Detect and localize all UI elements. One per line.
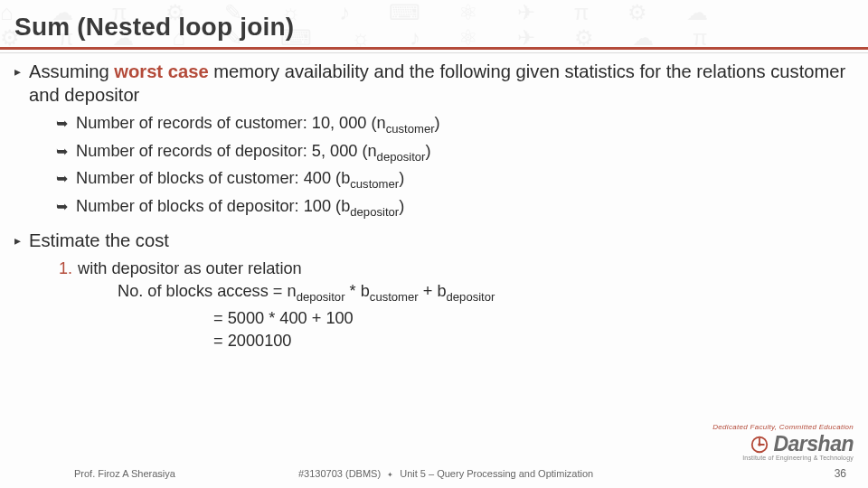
t: ) — [435, 114, 440, 132]
equation-formula: No. of blocks access = ndepositor * bcus… — [118, 280, 854, 308]
footer: Prof. Firoz A Sherasiya #3130703 (DBMS) … — [0, 459, 868, 483]
stat-customer-blocks: ➥ Number of blocks of customer: 400 (bcu… — [56, 167, 854, 195]
diamond-icon: ✦ — [387, 471, 393, 479]
content-area: ▸ Assuming worst case memory availabilit… — [14, 60, 854, 352]
t: Number of records of depositor: 5, 000 (… — [76, 142, 377, 160]
logo-main: Darshan — [712, 432, 854, 456]
t: ) — [425, 142, 430, 160]
footer-page-number: 36 — [835, 467, 846, 480]
text-pre: Assuming — [29, 61, 114, 81]
sub: customer — [370, 289, 419, 303]
footer-course-unit: #3130703 (DBMS) ✦ Unit 5 – Query Process… — [298, 468, 593, 479]
footer-unit: Unit 5 – Query Processing and Optimizati… — [397, 468, 593, 479]
ordered-item-1: 1. with depositor as outer relation — [54, 258, 854, 280]
arrow-bullet-icon: ➥ — [56, 140, 76, 168]
svg-point-1 — [759, 443, 762, 446]
stat-customer-records: ➥ Number of records of customer: 10, 000… — [56, 112, 854, 140]
sub: customer — [386, 122, 435, 136]
t: Number of blocks of depositor: 100 (b — [76, 197, 350, 215]
bullet-estimate: ▸ Estimate the cost — [14, 229, 854, 252]
logo-tagline: Dedicated Faculty, Committed Education — [712, 423, 854, 431]
equation-step2: = 5000 * 400 + 100 — [213, 307, 854, 330]
equation-result: = 2000100 — [213, 330, 854, 352]
arrow-bullet-icon: ➥ — [56, 167, 76, 195]
triangle-bullet-icon: ▸ — [14, 229, 29, 252]
stat-depositor-blocks: ➥ Number of blocks of depositor: 100 (bd… — [56, 195, 854, 223]
t: No. of blocks access = n — [118, 282, 297, 300]
sub: depositor — [377, 149, 426, 163]
footer-professor: Prof. Firoz A Sherasiya — [74, 468, 175, 479]
stat-text: Number of blocks of depositor: 100 (bdep… — [76, 195, 404, 223]
sub: customer — [350, 177, 399, 191]
ordered-number: 1. — [54, 258, 78, 280]
stats-sublist: ➥ Number of records of customer: 10, 000… — [56, 112, 854, 223]
sub: depositor — [297, 289, 345, 303]
stat-depositor-records: ➥ Number of records of depositor: 5, 000… — [56, 140, 854, 168]
stat-text: Number of records of customer: 10, 000 (… — [76, 112, 440, 140]
arrow-bullet-icon: ➥ — [56, 195, 76, 223]
t: ) — [399, 169, 404, 187]
t: ) — [399, 197, 404, 215]
t: Number of blocks of customer: 400 (b — [76, 169, 350, 187]
arrow-bullet-icon: ➥ — [56, 112, 76, 140]
ordered-text: with depositor as outer relation — [78, 258, 302, 280]
sub: depositor — [350, 205, 399, 219]
logo-area: Dedicated Faculty, Committed Education D… — [712, 423, 854, 461]
ordered-list: 1. with depositor as outer relation No. … — [54, 258, 854, 353]
slide-title: Sum (Nested loop join) — [14, 13, 294, 42]
logo-name: Darshan — [773, 432, 854, 456]
triangle-bullet-icon: ▸ — [14, 60, 29, 107]
title-wrap: Sum (Nested loop join) — [14, 13, 294, 42]
stat-text: Number of records of depositor: 5, 000 (… — [76, 140, 431, 168]
stat-text: Number of blocks of customer: 400 (bcust… — [76, 167, 404, 195]
sub: depositor — [447, 289, 495, 303]
text-highlight: worst case — [114, 61, 208, 81]
title-underline — [0, 47, 868, 50]
bullet-assuming: ▸ Assuming worst case memory availabilit… — [14, 60, 854, 107]
logo-mark-icon — [750, 435, 769, 455]
t: * b — [345, 282, 370, 300]
bullet-assuming-text: Assuming worst case memory availability … — [29, 60, 854, 107]
footer-course: #3130703 (DBMS) — [298, 468, 383, 479]
bullet-estimate-text: Estimate the cost — [29, 229, 169, 252]
t: Number of records of customer: 10, 000 (… — [76, 114, 386, 132]
t: + b — [419, 282, 447, 300]
slide: ⌂ ☁ π ⚙ ✎ ☼ ♪ ⌨ ⚛ ✈ π ⚙ ☁ ⚙ π ☁ ⌂ ✎ ⌨ ☼ … — [0, 0, 868, 488]
